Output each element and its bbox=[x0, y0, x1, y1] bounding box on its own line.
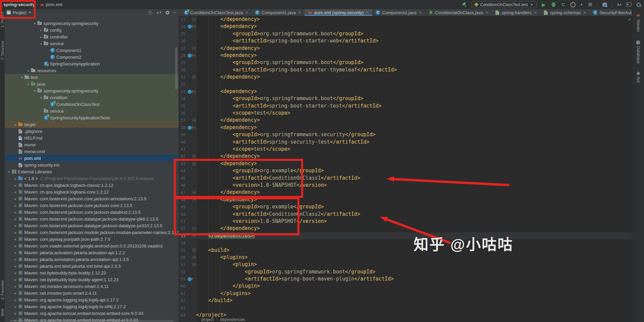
maven-gutter-icon[interactable] bbox=[188, 126, 192, 130]
close-tab-icon[interactable]: ✕ bbox=[419, 10, 422, 15]
tree-item-maven-org-apache-logging-log4j-log4j-to-slf4j-2-17-2[interactable]: ▸Maven: org.apache.logging.log4j:log4j-t… bbox=[5, 303, 179, 310]
profiler-button[interactable] bbox=[570, 2, 576, 7]
fold-marker-icon[interactable] bbox=[192, 76, 196, 79]
close-tab-icon[interactable]: ✕ bbox=[485, 10, 488, 15]
editor-tab-component1-java[interactable]: CComponent1.java✕ bbox=[252, 9, 304, 16]
code-editor[interactable]: 23 </dependency>24 <dependency>25 <group… bbox=[179, 16, 632, 322]
breadcrumb-project-tag[interactable]: project bbox=[201, 317, 214, 322]
tree-item-service[interactable]: ▾service bbox=[5, 40, 179, 47]
tree-item-maven-org-apache-logging-log4j-log4j-api-2-17-2[interactable]: ▸Maven: org.apache.logging.log4j:log4j-a… bbox=[5, 296, 179, 303]
close-tab-icon[interactable]: ✕ bbox=[298, 10, 301, 15]
stripe-web-button[interactable]: Web bbox=[0, 309, 4, 316]
fold-marker-icon[interactable] bbox=[192, 119, 196, 122]
editor-tab-spring-schemas[interactable]: spring.schemas✕ bbox=[540, 9, 589, 16]
maven-gutter-icon[interactable] bbox=[188, 54, 192, 58]
fold-marker-icon[interactable] bbox=[192, 162, 196, 166]
collapsed-arrow-icon[interactable]: ▸ bbox=[13, 264, 18, 268]
editor-error-stripe[interactable]: ✓ bbox=[627, 16, 632, 322]
project-structure-button[interactable] bbox=[602, 2, 607, 7]
collapsed-arrow-icon[interactable]: ▸ bbox=[13, 258, 18, 261]
tree-item-maven-jakarta-xml-bind-jakarta-xml-bind-api-2-3-3[interactable]: ▸Maven: jakarta.xml.bind:jakarta.xml.bin… bbox=[5, 263, 179, 269]
tree-item-conditiononclasstest[interactable]: CConditionOnClassTest bbox=[5, 101, 179, 108]
tree-item-pom-xml[interactable]: mpom.xml bbox=[5, 155, 179, 162]
expanded-arrow-icon[interactable]: ▾ bbox=[7, 170, 11, 174]
tree-item-maven-net-bytebuddy-byte-buddy-1-12-23[interactable]: ▸Maven: net.bytebuddy:byte-buddy:1.12.23 bbox=[5, 269, 179, 276]
project-panel-header[interactable]: Project ▼ ▲▼ ─ bbox=[5, 9, 181, 16]
expanded-arrow-icon[interactable]: ▾ bbox=[32, 89, 37, 93]
collapsed-arrow-icon[interactable]: ▸ bbox=[13, 183, 18, 187]
expanded-arrow-icon[interactable]: ▾ bbox=[26, 82, 31, 86]
tree-horizontal-scrollbar[interactable] bbox=[10, 320, 174, 322]
search-everywhere-button[interactable] bbox=[636, 2, 641, 7]
tree-item-component2[interactable]: CComponent2 bbox=[5, 54, 179, 60]
tree-item-external-libraries[interactable]: ▾External Libraries bbox=[5, 168, 179, 175]
profiler-chevron-icon[interactable]: ▼ bbox=[580, 3, 583, 6]
collapsed-arrow-icon[interactable]: ▸ bbox=[13, 190, 18, 194]
fold-marker-icon[interactable] bbox=[192, 248, 196, 252]
expanded-arrow-icon[interactable]: ▾ bbox=[20, 76, 24, 79]
editor-tab-spring-handlers[interactable]: spring.handlers✕ bbox=[492, 9, 540, 16]
breadcrumb-file[interactable]: pom.xml bbox=[46, 2, 62, 7]
stop-button[interactable] bbox=[587, 2, 593, 7]
fold-marker-icon[interactable] bbox=[192, 256, 196, 259]
fold-marker-icon[interactable] bbox=[192, 198, 196, 201]
fold-marker-icon[interactable] bbox=[192, 227, 196, 230]
locate-file-icon[interactable] bbox=[149, 11, 152, 14]
breadcrumb-dependencies-tag[interactable]: dependencies bbox=[220, 317, 245, 322]
editor-tab-component2-java[interactable]: CComponent2.java✕ bbox=[373, 9, 425, 16]
translate-button[interactable]: Aa bbox=[616, 2, 622, 7]
collapsed-arrow-icon[interactable]: ▸ bbox=[13, 291, 18, 295]
tree-item-spring-security-iml[interactable]: spring-security.iml bbox=[5, 162, 179, 168]
editor-tab-pom-xml-spring-security-[interactable]: mpom.xml (spring-security)✕ bbox=[304, 9, 372, 16]
maven-gutter-icon[interactable] bbox=[188, 25, 192, 29]
collapsed-arrow-icon[interactable]: ▸ bbox=[13, 271, 18, 275]
run-configuration-select[interactable]: ConditionOnClassTest.test ▼ bbox=[472, 1, 537, 8]
collapsed-arrow-icon[interactable]: ▸ bbox=[13, 177, 18, 180]
tree-item-springsecurityapplicationtests[interactable]: CSpringSecurityApplicationTests bbox=[5, 114, 179, 121]
tree-item-controller[interactable]: ▸controller bbox=[5, 33, 179, 40]
stripe-project-button[interactable]: 1: Project bbox=[0, 12, 4, 27]
collapsed-arrow-icon[interactable]: ▸ bbox=[13, 244, 18, 248]
stripe-structure-button[interactable]: 7: Structure bbox=[0, 41, 4, 60]
tree-item-maven-net-minidev-accessors-smart-2-4-11[interactable]: ▸Maven: net.minidev:accessors-smart:2.4.… bbox=[5, 283, 179, 290]
tree-item-component1[interactable]: CComponent1 bbox=[5, 47, 179, 54]
tree-item-maven-jakarta-annotation-jakarta-annotation-api-1-3-5[interactable]: ▸Maven: jakarta.annotation:jakarta.annot… bbox=[5, 256, 179, 263]
collapsed-arrow-icon[interactable]: ▸ bbox=[13, 312, 18, 315]
collapsed-arrow-icon[interactable]: ▸ bbox=[13, 231, 18, 234]
editor-tab-conditiononclasstest-java[interactable]: CConditionOnClassTest.java✕ bbox=[181, 9, 252, 16]
tree-item-mvnw-cmd[interactable]: mvnw.cmd bbox=[5, 148, 179, 155]
fold-marker-icon[interactable] bbox=[192, 126, 196, 129]
tree-item-config[interactable]: ▸config bbox=[5, 27, 179, 33]
tree-item-maven-net-minidev-json-smart-2-4-11[interactable]: ▸Maven: net.minidev:json-smart:2.4.11 bbox=[5, 290, 179, 296]
tree-item-service[interactable]: service bbox=[5, 108, 179, 114]
tree-item-maven-jakarta-activation-jakarta-activation-api-1-2-2[interactable]: ▸Maven: jakarta.activation:jakarta.activ… bbox=[5, 249, 179, 256]
fold-marker-icon[interactable] bbox=[192, 191, 196, 194]
collapsed-arrow-icon[interactable]: ▸ bbox=[13, 210, 18, 214]
terminal-button[interactable]: ▶ bbox=[626, 2, 632, 7]
fold-marker-icon[interactable] bbox=[192, 18, 196, 21]
fold-marker-icon[interactable] bbox=[192, 263, 196, 266]
collapsed-arrow-icon[interactable]: ▸ bbox=[13, 278, 18, 282]
collapsed-arrow-icon[interactable]: ▸ bbox=[39, 35, 43, 39]
collapsed-arrow-icon[interactable]: ▸ bbox=[13, 237, 18, 241]
tree-item-springsecurity-springsecurity[interactable]: ▾springsecurity.springsecurity bbox=[5, 20, 179, 27]
debug-button[interactable] bbox=[551, 2, 556, 7]
maven-gutter-icon[interactable] bbox=[188, 90, 192, 94]
hide-panel-icon[interactable]: ─ bbox=[173, 11, 176, 14]
fold-marker-icon[interactable] bbox=[192, 155, 196, 158]
tree-item-maven-com-fasterxml-jackson-core-jackson-annotations-2-13-5[interactable]: ▸Maven: com.fasterxml.jackson.core:jacks… bbox=[5, 195, 179, 202]
collapsed-arrow-icon[interactable]: ▸ bbox=[13, 224, 18, 228]
stripe-database-button[interactable]: Database bbox=[636, 40, 641, 63]
coverage-button[interactable]: C bbox=[560, 2, 566, 7]
maven-gutter-icon[interactable] bbox=[188, 277, 192, 281]
collapsed-arrow-icon[interactable]: ▸ bbox=[13, 204, 18, 207]
tree-item-springsecurityapplication[interactable]: CSpringSecurityApplication bbox=[5, 60, 179, 67]
collapsed-arrow-icon[interactable]: ▸ bbox=[13, 298, 18, 302]
fold-marker-icon[interactable] bbox=[192, 90, 196, 93]
expanded-arrow-icon[interactable]: ▾ bbox=[39, 96, 43, 99]
tree-item-maven-com-fasterxml-jackson-module-jackson-module-parameter-names-2-13-5[interactable]: ▸Maven: com.fasterxml.jackson.module:jac… bbox=[5, 229, 179, 236]
tree-item-maven-com-vaadin-external-google-android-json-0-0-20131108-vaadin1[interactable]: ▸Maven: com.vaadin.external.google:andro… bbox=[5, 242, 179, 249]
stripe-maven-button[interactable]: m Maven bbox=[636, 12, 641, 32]
tree-item--gitignore[interactable]: .gitignore bbox=[5, 128, 179, 135]
collapsed-arrow-icon[interactable]: ▸ bbox=[13, 285, 18, 288]
